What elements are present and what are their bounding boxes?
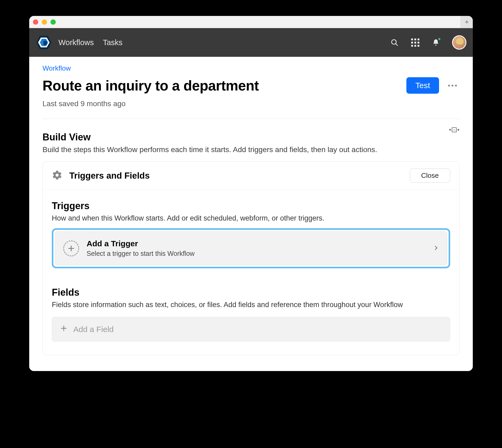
top-nav-right	[390, 35, 466, 50]
add-trigger-subtitle: Select a trigger to start this Workflow	[87, 250, 426, 257]
minimize-window-button[interactable]	[42, 19, 47, 25]
expand-icon[interactable]: A	[449, 126, 460, 135]
page-title: Route an inquiry to a department	[42, 77, 400, 94]
svg-text:A: A	[453, 128, 455, 131]
build-view-subtitle: Build the steps this Workflow performs e…	[42, 145, 449, 154]
nav-workflows[interactable]: Workflows	[58, 38, 94, 47]
close-panel-button[interactable]: Close	[410, 169, 450, 183]
triggers-subtitle: How and when this Workflow starts. Add o…	[52, 214, 450, 222]
test-button[interactable]: Test	[406, 77, 439, 94]
panel-body: Triggers How and when this Workflow star…	[43, 190, 459, 355]
fields-subtitle: Fields store information such as text, c…	[52, 301, 450, 309]
title-row: Route an inquiry to a department Test	[42, 77, 460, 94]
svg-line-5	[396, 44, 398, 46]
notifications-icon[interactable]	[431, 38, 440, 47]
new-tab-button[interactable]: +	[461, 16, 473, 28]
plus-dashed-icon	[63, 240, 79, 256]
breadcrumb[interactable]: Workflow	[42, 64, 460, 72]
add-trigger-title: Add a Trigger	[87, 239, 426, 248]
add-trigger-card[interactable]: Add a Trigger Select a trigger to start …	[52, 228, 450, 268]
panel-title: Triggers and Fields	[69, 171, 403, 181]
build-view-header: Build View Build the steps this Workflow…	[42, 125, 460, 154]
window-controls	[33, 19, 56, 25]
close-window-button[interactable]	[33, 19, 38, 25]
add-field-label: Add a Field	[73, 325, 114, 334]
notification-dot	[438, 37, 441, 41]
nav-tasks[interactable]: Tasks	[103, 38, 122, 47]
divider	[42, 119, 460, 119]
app-window: + Workflows Tasks	[29, 16, 473, 371]
add-trigger-text: Add a Trigger Select a trigger to start …	[87, 239, 426, 257]
triggers-heading: Triggers	[52, 200, 450, 212]
fields-section: Fields Fields store information such as …	[52, 287, 450, 342]
page-content: Workflow Route an inquiry to a departmen…	[29, 57, 473, 371]
add-field-button[interactable]: Add a Field	[52, 317, 450, 342]
gear-icon	[52, 170, 62, 182]
more-menu-button[interactable]	[445, 82, 460, 89]
last-saved: Last saved 9 months ago	[42, 100, 460, 108]
triggers-fields-panel: Triggers and Fields Close Triggers How a…	[42, 161, 460, 355]
nav-links: Workflows Tasks	[58, 38, 122, 47]
search-icon[interactable]	[390, 38, 399, 47]
fields-heading: Fields	[52, 287, 450, 298]
avatar[interactable]	[452, 35, 466, 50]
plus-icon	[60, 325, 67, 334]
app-logo[interactable]	[36, 34, 52, 51]
panel-header: Triggers and Fields Close	[43, 162, 459, 190]
build-view-title: Build View	[42, 132, 449, 143]
maximize-window-button[interactable]	[50, 19, 56, 25]
apps-icon[interactable]	[411, 38, 420, 47]
chevron-right-icon	[433, 243, 439, 253]
titlebar: +	[29, 16, 473, 28]
top-nav: Workflows Tasks	[29, 28, 473, 57]
